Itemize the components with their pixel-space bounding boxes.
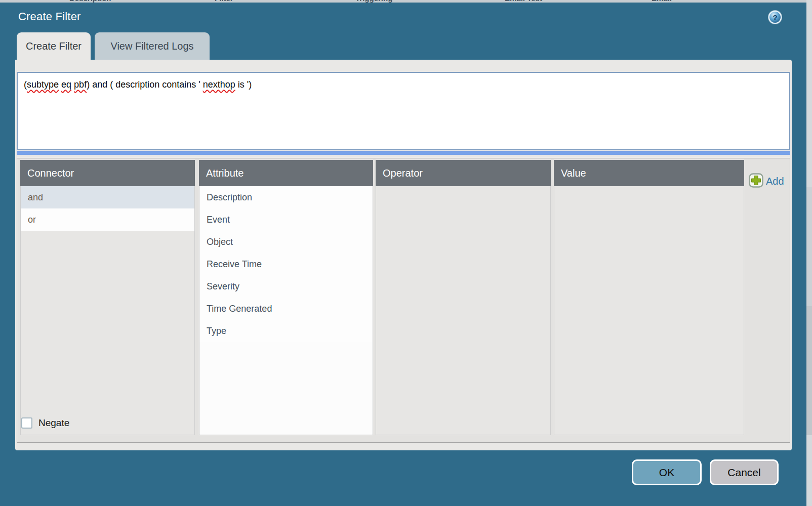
list-item-object[interactable]: Object [199,231,373,253]
list-item-type[interactable]: Type [199,320,373,342]
query-text: ) and ( description contains ' [87,79,203,90]
svg-text:?: ? [773,13,777,22]
background-header-fragment: Description [69,0,111,3]
column-header-operator-label: Operator [383,167,423,179]
resize-splitter-handle[interactable] [17,151,790,155]
background-header-fragment: Email [652,0,672,3]
list-item-time-generated[interactable]: Time Generated [199,298,373,320]
help-icon[interactable]: ? [767,10,783,25]
list-item-severity[interactable]: Severity [199,275,373,298]
misspelled-word: subtype [27,79,59,90]
query-text: is ') [235,79,252,90]
ok-button[interactable]: OK [632,459,702,485]
cancel-button[interactable]: Cancel [710,459,779,485]
background-page-header-strip: DescriptionFilterTriggeringEmail TestEma… [0,0,812,3]
misspelled-word: eq [61,79,71,90]
attribute-list: DescriptionEventObjectReceive TimeSeveri… [199,186,373,435]
list-item-or[interactable]: or [21,208,194,231]
filter-query-input[interactable]: (subtype eq pbf) and ( description conta… [17,72,790,150]
column-header-attribute-label: Attribute [206,167,243,179]
misspelled-word: pbf [74,79,87,90]
list-item-description[interactable]: Description [199,186,373,208]
background-header-fragment: Email Test [505,0,542,3]
tab-view-filtered-logs[interactable]: View Filtered Logs [95,32,210,60]
column-header-connector: Connector [20,160,195,186]
negate-label: Negate [38,417,69,429]
background-page-edge-band [806,306,812,435]
misspelled-word: nexthop [203,79,235,90]
column-header-attribute: Attribute [199,160,373,186]
list-item-event[interactable]: Event [199,208,373,231]
column-header-value-label: Value [561,167,586,179]
negate-checkbox[interactable] [21,417,32,429]
add-plus-icon [749,173,763,190]
background-page-edge-band [806,435,812,506]
column-header-connector-label: Connector [27,167,74,179]
background-header-fragment: Filter [215,0,233,3]
add-button[interactable]: Add [749,173,784,190]
column-header-operator: Operator [376,160,551,186]
background-header-fragment: Triggering [355,0,392,3]
value-list [554,186,744,435]
dialog-title: Create Filter [18,10,81,23]
add-button-label: Add [766,176,784,187]
cancel-button-label: Cancel [727,467,760,479]
tab-view-filtered-logs-label: View Filtered Logs [110,40,193,52]
tab-create-filter[interactable]: Create Filter [17,32,91,60]
connector-list: andor [20,186,195,435]
operator-list [376,186,551,435]
tab-create-filter-label: Create Filter [26,40,82,52]
ok-button-label: OK [659,467,674,479]
negate-control[interactable]: Negate [21,417,69,429]
background-page-edge [806,0,812,506]
list-item-and[interactable]: and [21,186,194,208]
background-page-edge-band [806,0,812,187]
list-item-receive-time[interactable]: Receive Time [199,253,373,275]
column-header-value: Value [554,160,744,186]
